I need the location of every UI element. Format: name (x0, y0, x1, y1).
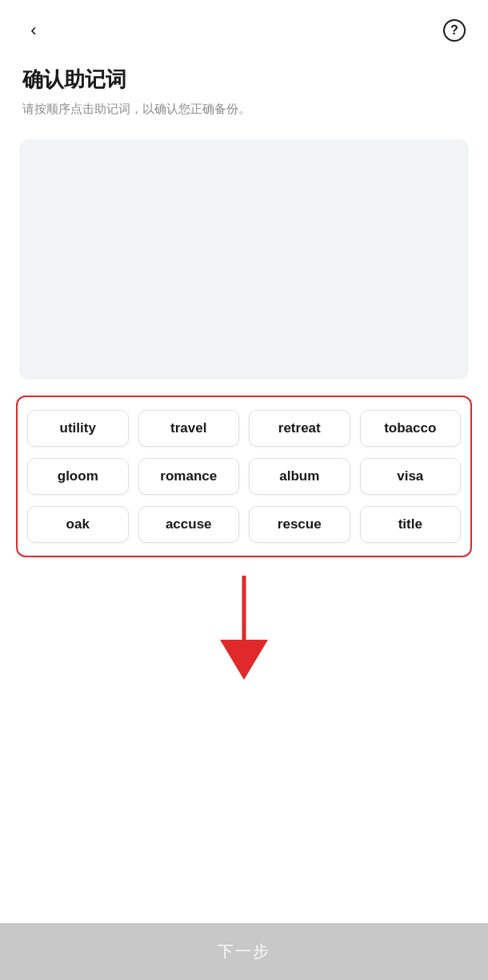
down-arrow-icon (212, 576, 276, 688)
svg-marker-1 (220, 640, 268, 680)
word-chip[interactable]: retreat (249, 410, 350, 447)
word-chip[interactable]: accuse (138, 506, 240, 543)
word-chip[interactable]: rescue (249, 506, 350, 543)
arrow-section (0, 564, 488, 692)
mnemonic-display-area (19, 139, 469, 380)
page-subtitle: 请按顺序点击助记词，以确认您正确备份。 (22, 100, 466, 117)
title-section: 确认助记词 请按顺序点击助记词，以确认您正确备份。 (0, 53, 488, 123)
word-chip[interactable]: gloom (27, 458, 129, 495)
help-icon: ? (443, 19, 466, 42)
word-grid: utilitytravelretreattobaccogloomromancea… (27, 410, 461, 543)
word-chip[interactable]: romance (138, 458, 240, 495)
word-chip[interactable]: visa (360, 458, 462, 495)
help-button[interactable]: ? (440, 16, 469, 45)
next-button[interactable]: 下一步 (0, 923, 488, 980)
header: ‹ ? (0, 0, 488, 53)
word-selection-area: utilitytravelretreattobaccogloomromancea… (16, 396, 472, 557)
word-chip[interactable]: title (360, 506, 462, 543)
back-button[interactable]: ‹ (19, 16, 48, 45)
word-chip[interactable]: album (249, 458, 350, 495)
next-button-container: 下一步 (0, 923, 488, 980)
page-title: 确认助记词 (22, 66, 466, 94)
back-icon: ‹ (30, 20, 36, 41)
word-chip[interactable]: oak (27, 506, 129, 543)
word-chip[interactable]: tobacco (360, 410, 462, 447)
word-chip[interactable]: utility (27, 410, 129, 447)
word-chip[interactable]: travel (138, 410, 240, 447)
